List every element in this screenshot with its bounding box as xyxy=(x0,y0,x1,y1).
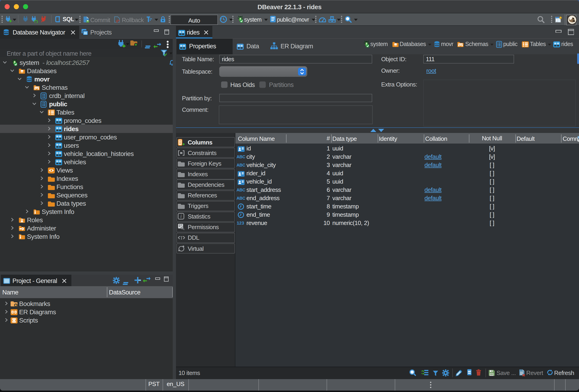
svg-text:i: i xyxy=(180,214,182,219)
svg-text:T: T xyxy=(180,235,183,241)
